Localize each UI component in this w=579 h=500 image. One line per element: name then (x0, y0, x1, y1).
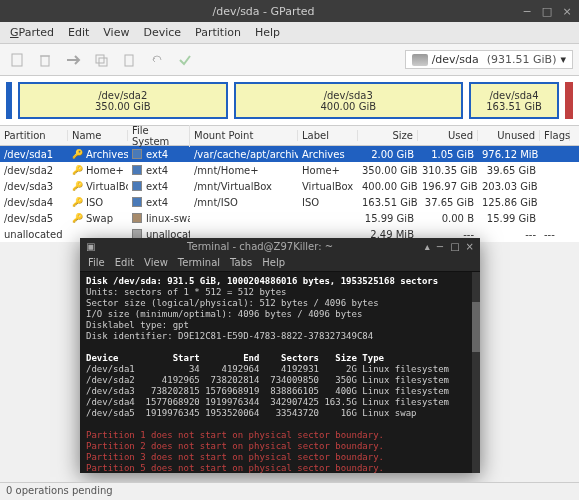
window-title: /dev/sda - GParted (6, 5, 521, 18)
cell-label: Archives (298, 149, 358, 160)
terminal-titlebar[interactable]: ▣ Terminal - chad@Z97Killer: ~ ▴ − □ × (80, 238, 480, 254)
terminal-up-icon[interactable]: ▴ (425, 241, 430, 252)
cell-mountpoint: /var/cache/apt/archives (190, 149, 298, 160)
terminal-menubar: File Edit View Terminal Tabs Help (80, 254, 480, 272)
cell-name: 🔑ISO (68, 197, 128, 208)
menu-gparted[interactable]: GParted (4, 24, 60, 41)
svg-rect-1 (41, 56, 49, 66)
cell-label: Home+ (298, 165, 358, 176)
window-titlebar: /dev/sda - GParted − □ × (0, 0, 579, 22)
cell-name: 🔑Archives (68, 149, 128, 160)
menu-partition[interactable]: Partition (189, 24, 247, 41)
cell-used: 196.97 GiB (418, 181, 478, 192)
hdr-label[interactable]: Label (298, 130, 358, 141)
menubar: GParted Edit View Device Partition Help (0, 22, 579, 44)
partmap-sda2[interactable]: /dev/sda2 350.00 GiB (18, 82, 228, 119)
status-bar: 0 operations pending (0, 482, 579, 500)
toolbar: /dev/sda (931.51 GiB) ▾ (0, 44, 579, 76)
device-selector[interactable]: /dev/sda (931.51 GiB) ▾ (405, 50, 573, 69)
fs-color-icon (132, 165, 142, 175)
svg-rect-3 (96, 55, 104, 63)
partition-table: Partition Name File System Mount Point L… (0, 126, 579, 242)
cell-size: 2.00 GiB (358, 149, 418, 160)
terminal-body[interactable]: Disk /dev/sda: 931.5 GiB, 1000204886016 … (80, 272, 480, 473)
apply-icon[interactable] (174, 49, 196, 71)
terminal-scroll-thumb[interactable] (472, 302, 480, 352)
menu-edit[interactable]: Edit (62, 24, 95, 41)
cell-partition: /dev/sda4 (0, 197, 68, 208)
partition-map: /dev/sda2 350.00 GiB /dev/sda3 400.00 Gi… (0, 76, 579, 126)
minimize-icon[interactable]: − (521, 5, 533, 17)
resize-icon[interactable] (62, 49, 84, 71)
hdr-unused[interactable]: Unused (478, 130, 540, 141)
maximize-icon[interactable]: □ (541, 5, 553, 17)
terminal-menu-edit[interactable]: Edit (115, 257, 134, 268)
cell-name: 🔑Home+ (68, 165, 128, 176)
terminal-menu-file[interactable]: File (88, 257, 105, 268)
table-header-row: Partition Name File System Mount Point L… (0, 126, 579, 146)
table-row[interactable]: /dev/sda4🔑ISOext4/mnt/ISOISO163.51 GiB37… (0, 194, 579, 210)
cell-fs: ext4 (128, 181, 190, 192)
cell-partition: /dev/sda5 (0, 213, 68, 224)
lock-icon: 🔑 (72, 181, 83, 191)
table-row[interactable]: /dev/sda3🔑VirtualBoxext4/mnt/VirtualBoxV… (0, 178, 579, 194)
fs-color-icon (132, 149, 142, 159)
cell-size: 15.99 GiB (358, 213, 418, 224)
hdr-size[interactable]: Size (358, 130, 418, 141)
cell-used: 1.05 GiB (418, 149, 478, 160)
svg-rect-4 (99, 58, 107, 66)
cell-flags: --- (540, 229, 570, 240)
terminal-title: Terminal - chad@Z97Killer: ~ (95, 241, 424, 252)
cell-label: VirtualBox (298, 181, 358, 192)
terminal-menu-terminal[interactable]: Terminal (178, 257, 220, 268)
terminal-scrollbar[interactable] (472, 272, 480, 473)
disk-icon (412, 54, 428, 66)
fs-color-icon (132, 181, 142, 191)
new-icon[interactable] (6, 49, 28, 71)
cell-unused: 203.03 GiB (478, 181, 540, 192)
table-row[interactable]: /dev/sda1🔑Archivesext4/var/cache/apt/arc… (0, 146, 579, 162)
cell-mountpoint: /mnt/VirtualBox (190, 181, 298, 192)
delete-icon[interactable] (34, 49, 56, 71)
cell-unused: 976.12 MiB (478, 149, 540, 160)
partmap-sda1[interactable] (6, 82, 12, 119)
menu-help[interactable]: Help (249, 24, 286, 41)
undo-icon[interactable] (146, 49, 168, 71)
device-name: /dev/sda (432, 53, 479, 66)
table-row[interactable]: /dev/sda5🔑Swaplinux-swap15.99 GiB0.00 B1… (0, 210, 579, 226)
close-icon[interactable]: × (561, 5, 573, 17)
terminal-close-icon[interactable]: × (466, 241, 474, 252)
hdr-partition[interactable]: Partition (0, 130, 68, 141)
hdr-used[interactable]: Used (418, 130, 478, 141)
cell-used: 310.35 GiB (418, 165, 478, 176)
terminal-minimize-icon[interactable]: − (436, 241, 444, 252)
partmap-sda5[interactable] (565, 82, 573, 119)
cell-used: 0.00 B (418, 213, 478, 224)
menu-device[interactable]: Device (137, 24, 187, 41)
cell-partition: /dev/sda2 (0, 165, 68, 176)
cell-name: 🔑VirtualBox (68, 181, 128, 192)
partmap-sda3[interactable]: /dev/sda3 400.00 GiB (234, 82, 463, 119)
partmap-sda4[interactable]: /dev/sda4 163.51 GiB (469, 82, 559, 119)
hdr-mountpoint[interactable]: Mount Point (190, 130, 298, 141)
cell-size: 163.51 GiB (358, 197, 418, 208)
hdr-name[interactable]: Name (68, 130, 128, 141)
copy-icon[interactable] (90, 49, 112, 71)
lock-icon: 🔑 (72, 213, 83, 223)
terminal-window[interactable]: ▣ Terminal - chad@Z97Killer: ~ ▴ − □ × F… (80, 238, 480, 473)
hdr-flags[interactable]: Flags (540, 130, 570, 141)
terminal-menu-help[interactable]: Help (262, 257, 285, 268)
table-row[interactable]: /dev/sda2🔑Home+ext4/mnt/Home+Home+350.00… (0, 162, 579, 178)
lock-icon: 🔑 (72, 165, 83, 175)
svg-rect-0 (12, 54, 22, 66)
terminal-menu-view[interactable]: View (144, 257, 168, 268)
chevron-down-icon: ▾ (560, 53, 566, 66)
cell-mountpoint: /mnt/Home+ (190, 165, 298, 176)
paste-icon[interactable] (118, 49, 140, 71)
menu-view[interactable]: View (97, 24, 135, 41)
cell-label: ISO (298, 197, 358, 208)
hdr-filesystem[interactable]: File System (128, 125, 190, 147)
terminal-maximize-icon[interactable]: □ (450, 241, 459, 252)
terminal-app-icon: ▣ (86, 241, 95, 252)
terminal-menu-tabs[interactable]: Tabs (230, 257, 252, 268)
